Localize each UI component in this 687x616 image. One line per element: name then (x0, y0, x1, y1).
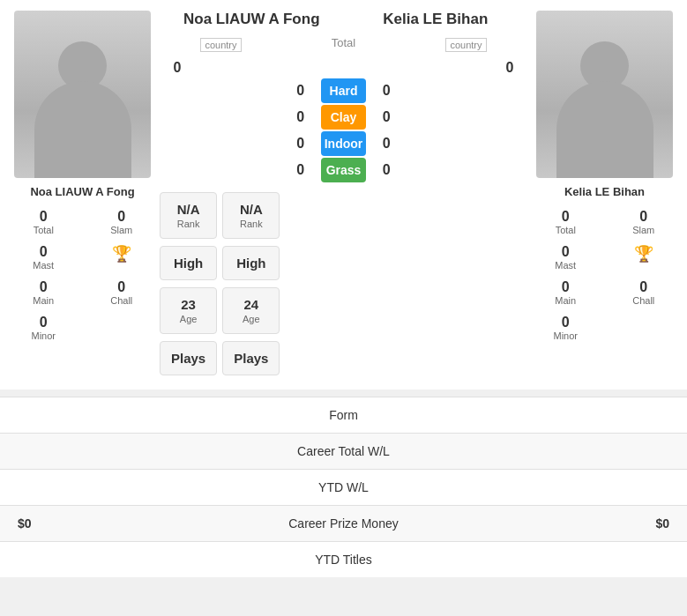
bottom-row-1: Career Total W/L (0, 433, 687, 469)
right-slam-cell: 0 Slam (606, 205, 683, 239)
left-player-heading: Noa LIAUW A Fong (160, 11, 344, 28)
center-mid: Noa LIAUW A Fong Kelia LE Bihan country … (160, 11, 527, 379)
right-slam-label: Slam (632, 225, 654, 235)
right-info-panels: N/A Rank High 24 Age Plays (222, 192, 280, 379)
left-mast-label: Mast (33, 260, 54, 271)
left-rank-panel: N/A Rank (160, 192, 217, 239)
right-age-panel: 24 Age (222, 287, 280, 334)
left-total-score: 0 (160, 60, 195, 76)
bottom-row-0: Form (0, 397, 687, 433)
comparison-section: Noa LIAUW A Fong 0 Total 0 Slam 0 Mast 🏆 (0, 0, 687, 390)
left-chall-value: 0 (117, 279, 125, 295)
right-main-label: Main (555, 295, 576, 306)
right-age-label: Age (234, 314, 268, 324)
right-country: country (405, 36, 527, 52)
left-main-value: 0 (40, 279, 48, 295)
right-minor-value: 0 (562, 315, 570, 330)
right-player-stats: 0 Total 0 Slam 0 Mast 🏆 0 Main (527, 205, 682, 345)
bottom-row-label: YTD W/L (318, 480, 369, 494)
right-level-panel: High (222, 246, 280, 280)
left-slam-value: 0 (117, 209, 125, 225)
right-total-score: 0 (492, 60, 527, 76)
main-container: Noa LIAUW A Fong 0 Total 0 Slam 0 Mast 🏆 (0, 0, 687, 577)
bottom-row-label: Career Total W/L (297, 444, 390, 458)
surface-right-score-3: 0 (369, 162, 404, 178)
right-mast-cell: 0 Mast (527, 241, 604, 274)
right-player-avatar (536, 11, 673, 178)
left-main-label: Main (33, 295, 54, 306)
left-age-value: 23 (171, 297, 205, 312)
left-slam-label: Slam (110, 225, 132, 235)
right-main-value: 0 (562, 279, 570, 295)
left-player-avatar (14, 11, 151, 178)
left-minor-value: 0 (40, 315, 48, 330)
right-main-cell: 0 Main (527, 276, 604, 309)
right-slam-value: 0 (639, 209, 647, 225)
surface-badge-grass: Grass (321, 158, 367, 182)
right-age-value: 24 (234, 297, 268, 312)
surface-badge-hard: Hard (321, 78, 367, 103)
total-row: 0 0 (160, 60, 527, 76)
left-rank-value: N/A (171, 202, 205, 217)
left-trophy-icon: 🏆 (112, 244, 131, 263)
right-plays-panel: Plays (222, 341, 280, 375)
left-level-value: High (171, 256, 205, 271)
surface-left-score-1: 0 (283, 109, 318, 125)
left-mast-cell: 0 Mast (5, 241, 82, 274)
right-player-card: Kelia LE Bihan 0 Total 0 Slam 0 Mast 🏆 (527, 11, 682, 379)
left-chall-label: Chall (110, 295, 132, 306)
bottom-row-label: Form (329, 408, 358, 422)
right-total-cell: 0 Total (527, 205, 604, 239)
surface-badge-clay: Clay (321, 105, 367, 130)
left-age-label: Age (171, 314, 205, 324)
surface-left-score-3: 0 (283, 162, 318, 178)
right-chall-value: 0 (639, 279, 647, 295)
bottom-row-center-label: Career Prize Money (235, 516, 452, 531)
left-level-panel: High (160, 246, 217, 280)
left-slam-cell: 0 Slam (84, 205, 161, 239)
left-minor-label: Minor (31, 330, 56, 341)
surface-right-score-2: 0 (369, 136, 404, 152)
left-mast-value: 0 (40, 244, 48, 260)
bottom-row-4: YTD Titles (0, 541, 687, 577)
surface-right-score-1: 0 (369, 109, 404, 125)
bottom-rows: FormCareer Total W/LYTD W/L$0Career Priz… (0, 397, 687, 577)
left-avatar-body (34, 81, 131, 178)
right-mast-value: 0 (562, 244, 570, 260)
right-minor-cell: 0 Minor (527, 311, 604, 345)
left-plays-panel: Plays (160, 341, 217, 375)
right-avatar-silhouette (536, 11, 673, 178)
left-country: country (160, 36, 282, 52)
right-mast-label: Mast (555, 260, 576, 271)
surface-row-indoor: 0Indoor0 (283, 131, 405, 156)
right-chall-label: Chall (632, 295, 654, 306)
surface-right-score-0: 0 (369, 83, 404, 99)
right-total-value: 0 (562, 209, 570, 225)
left-avatar-silhouette (14, 11, 151, 178)
surface-rows: 0Hard00Clay00Indoor00Grass0 (283, 78, 405, 184)
right-chall-cell: 0 Chall (606, 276, 683, 309)
left-info-panels: N/A Rank High 23 Age Plays (160, 192, 217, 379)
left-total-value: 0 (40, 209, 48, 225)
right-trophy-cell: 🏆 (606, 241, 683, 274)
total-label: Total (282, 36, 405, 52)
right-player-heading: Kelia LE Bihan (344, 11, 528, 28)
left-plays-value: Plays (171, 351, 205, 366)
left-main-cell: 0 Main (5, 276, 82, 309)
surface-left-score-0: 0 (283, 83, 318, 99)
surface-row-grass: 0Grass0 (283, 158, 405, 182)
surface-row-hard: 0Hard0 (283, 78, 405, 103)
right-player-name: Kelia LE Bihan (564, 185, 645, 198)
left-trophy-cell: 🏆 (84, 241, 161, 274)
left-chall-cell: 0 Chall (84, 276, 161, 309)
left-player-card: Noa LIAUW A Fong 0 Total 0 Slam 0 Mast 🏆 (5, 11, 160, 379)
surface-row-clay: 0Clay0 (283, 105, 405, 130)
right-level-value: High (234, 256, 268, 271)
left-minor-cell: 0 Minor (5, 311, 82, 345)
surface-left-score-2: 0 (283, 136, 318, 152)
left-player-stats: 0 Total 0 Slam 0 Mast 🏆 0 Main (5, 205, 160, 345)
right-avatar-body (556, 81, 653, 178)
right-rank-label: Rank (234, 219, 268, 229)
right-total-label: Total (556, 225, 576, 235)
right-rank-value: N/A (234, 202, 268, 217)
